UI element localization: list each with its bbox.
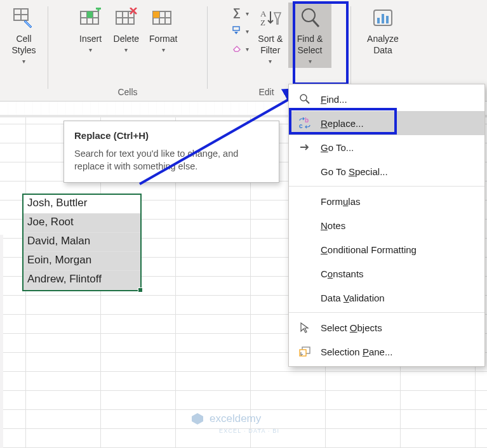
- tooltip-title: Replace (Ctrl+H): [74, 130, 269, 141]
- watermark-brand: exceldemy: [210, 412, 261, 425]
- cursor-icon: [298, 321, 312, 334]
- fill-button[interactable]: ▾: [230, 23, 249, 38]
- svg-text:c: c: [299, 122, 303, 129]
- analyze-data-label: Analyze Data: [367, 33, 399, 56]
- format-button[interactable]: Format ▾: [144, 3, 182, 56]
- svg-text:b: b: [305, 117, 309, 124]
- insert-button[interactable]: Insert ▾: [73, 3, 109, 56]
- menu-label: Replace...: [321, 118, 364, 129]
- cell[interactable]: Josh, Buttler: [23, 195, 140, 214]
- svg-line-29: [306, 100, 309, 103]
- autosum-button[interactable]: ∑ ▾: [230, 5, 249, 20]
- chevron-down-icon: ▾: [246, 10, 249, 17]
- svg-text:Z: Z: [260, 18, 265, 27]
- watermark: exceldemy: [190, 412, 261, 426]
- insert-label: Insert: [79, 33, 102, 44]
- chevron-down-icon: ▾: [246, 46, 249, 53]
- magnifier-icon: [298, 93, 312, 105]
- svg-rect-27: [386, 16, 389, 23]
- fill-handle[interactable]: [138, 287, 143, 293]
- menu-item-replace[interactable]: b c Replace...: [289, 111, 484, 135]
- svg-rect-25: [377, 18, 380, 23]
- svg-rect-18: [153, 11, 159, 18]
- sort-filter-icon: A Z: [258, 5, 283, 30]
- svg-rect-26: [382, 14, 384, 23]
- menu-item-select-objects[interactable]: Select Objects: [289, 315, 484, 339]
- chevron-down-icon: ▾: [162, 46, 165, 54]
- chevron-down-icon: ▾: [269, 57, 272, 65]
- replace-arrows-icon: b c: [298, 117, 312, 129]
- find-select-label: Find & Select: [297, 33, 323, 56]
- svg-rect-7: [87, 11, 93, 18]
- menu-label: Go To Special...: [321, 166, 388, 177]
- menu-label: Go To...: [321, 142, 354, 153]
- chevron-down-icon: ▾: [22, 57, 25, 65]
- watermark-icon: [190, 412, 204, 426]
- cell[interactable]: Andrew, Flintoff: [23, 271, 140, 290]
- menu-item-conditional-formatting[interactable]: Conditional Formatting: [289, 237, 484, 261]
- menu-label: Find...: [321, 94, 347, 105]
- chevron-down-icon: ▾: [309, 57, 312, 65]
- menu-label: Conditional Formatting: [321, 244, 417, 255]
- magnifier-icon: [297, 5, 323, 30]
- delete-label: Delete: [114, 33, 139, 44]
- menu-item-notes[interactable]: Notes: [289, 213, 484, 237]
- menu-label: Notes: [321, 220, 345, 231]
- tooltip-body: Search for text you'd like to change, an…: [74, 147, 269, 173]
- menu-label: Constants: [321, 268, 364, 279]
- svg-line-23: [313, 20, 319, 27]
- watermark-tagline: EXCEL · DATA · BI: [219, 428, 279, 434]
- menu-label: Formulas: [321, 196, 361, 207]
- cell[interactable]: Joe, Root: [23, 214, 140, 233]
- delete-cells-icon: [114, 5, 139, 30]
- insert-cells-icon: [78, 5, 103, 30]
- chevron-down-icon: ▾: [124, 46, 128, 54]
- menu-item-find[interactable]: Find...: [289, 87, 484, 111]
- menu-item-data-validation[interactable]: Data Validation: [289, 286, 484, 310]
- find-select-button[interactable]: Find & Select ▾: [288, 3, 331, 68]
- svg-rect-19: [233, 27, 239, 30]
- eraser-icon: [230, 42, 243, 55]
- menu-separator: [289, 312, 484, 313]
- tooltip-replace: Replace (Ctrl+H) Search for text you'd l…: [63, 121, 279, 183]
- menu-item-goto-special[interactable]: Go To Special...: [289, 159, 484, 183]
- fill-down-icon: [230, 24, 243, 37]
- chevron-down-icon: ▾: [246, 28, 249, 35]
- menu-item-goto[interactable]: Go To...: [289, 135, 484, 159]
- svg-text:A: A: [260, 9, 267, 18]
- menu-item-constants[interactable]: Constants: [289, 261, 484, 286]
- sigma-icon: ∑: [230, 6, 243, 19]
- find-select-menu: Find... b c Replace... Go To... Go To Sp…: [288, 84, 485, 367]
- menu-item-selection-pane[interactable]: Selection Pane...: [289, 339, 484, 364]
- format-label: Format: [149, 33, 177, 44]
- menu-item-formulas[interactable]: Formulas: [289, 189, 484, 213]
- format-cells-icon: [150, 5, 176, 30]
- clear-button[interactable]: ▾: [230, 41, 249, 56]
- delete-button[interactable]: Delete ▾: [109, 3, 144, 56]
- svg-rect-9: [97, 8, 99, 11]
- sort-filter-button[interactable]: A Z Sort & Filter ▾: [253, 3, 288, 68]
- sort-filter-label: Sort & Filter: [258, 33, 283, 56]
- cell-styles-icon: [11, 5, 37, 30]
- goto-arrow-icon: [298, 141, 312, 154]
- svg-point-28: [300, 95, 307, 101]
- menu-separator: [289, 186, 484, 187]
- row-header-edge: [0, 235, 3, 448]
- cell[interactable]: Eoin, Morgan: [23, 252, 140, 271]
- cell-styles-label: Cell Styles: [11, 33, 36, 56]
- selection-pane-icon: [298, 345, 312, 358]
- cell-styles-button[interactable]: Cell Styles ▾: [6, 3, 42, 68]
- menu-label: Select Objects: [321, 322, 382, 333]
- analyze-data-button[interactable]: Analyze Data: [362, 3, 404, 58]
- menu-label: Data Validation: [321, 293, 385, 303]
- analyze-data-icon: [370, 5, 396, 30]
- svg-point-22: [302, 9, 315, 22]
- cell-selection[interactable]: Josh, Buttler Joe, Root David, Malan Eoi…: [22, 194, 142, 291]
- cell[interactable]: David, Malan: [23, 233, 140, 252]
- menu-label: Selection Pane...: [321, 346, 392, 357]
- chevron-down-icon: ▾: [89, 46, 92, 54]
